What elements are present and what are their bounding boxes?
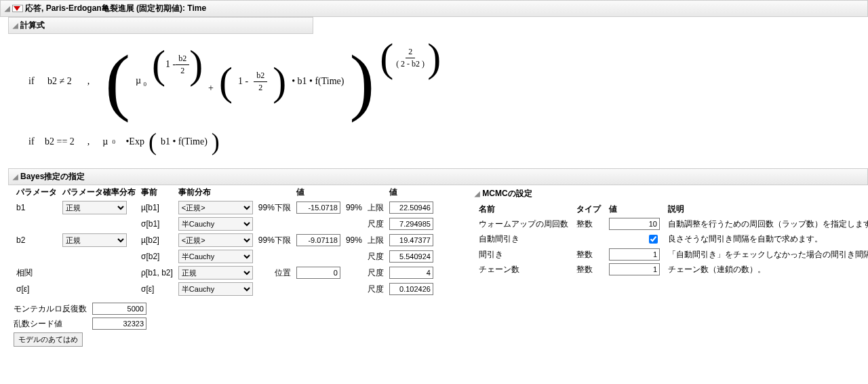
mcmc-col-name: 名前 — [475, 202, 572, 216]
param-b2: b2 — [14, 232, 60, 248]
sigeps-scale-input[interactable] — [389, 283, 433, 295]
seed-input[interactable] — [92, 318, 146, 330]
prior-mu-b2: µ[b2] — [138, 232, 176, 248]
b2-scale-input[interactable] — [389, 250, 433, 263]
prior-sig-b1: σ[b1] — [138, 216, 176, 232]
col-param: パラメータ — [14, 185, 60, 199]
disclosure-icon[interactable]: ◢ — [13, 173, 18, 180]
disclosure-icon[interactable]: ◢ — [475, 190, 480, 197]
param-sigeps: σ[ε] — [14, 281, 60, 297]
prior-sigeps: σ[ε] — [138, 281, 176, 297]
col-value: 値 — [294, 185, 343, 199]
chains-input[interactable] — [609, 263, 660, 275]
sigeps-prior-select[interactable]: 半Cauchy — [178, 282, 253, 296]
b1-sig-prior-select[interactable]: 半Cauchy — [178, 217, 253, 231]
formula-section-title: 計算式 — [20, 20, 45, 31]
b2-mu-prior-select[interactable]: <正規> — [178, 233, 253, 247]
mcmc-col-type: タイプ — [572, 202, 605, 216]
panel-header[interactable]: ◢ 応答, Paris-Erdogan亀裂進展 (固定初期値): Time — [0, 0, 868, 17]
b2-up-input[interactable] — [389, 234, 433, 246]
col-prior: 事前 — [138, 185, 176, 199]
b1-scale-input[interactable] — [389, 218, 433, 230]
prior-params-table: パラメータ パラメータ確率分布 事前 事前分布 値 値 b1 正規 µ[b1] … — [14, 185, 436, 297]
param-b1: b1 — [14, 199, 60, 216]
mc-iter-label: モンテカルロ反復数 — [14, 303, 88, 315]
param-corr: 相関 — [14, 265, 60, 281]
panel-title: 応答, Paris-Erdogan亀裂進展 (固定初期値): Time — [25, 3, 206, 14]
disclosure-icon[interactable]: ◢ — [13, 22, 18, 29]
mcmc-section-title: MCMCの設定 — [482, 189, 532, 198]
warmup-input[interactable] — [609, 218, 660, 230]
b1-lo-input[interactable] — [296, 201, 340, 214]
prior-sig-b2: σ[b2] — [138, 248, 176, 265]
formula-section-header[interactable]: ◢ 計算式 — [8, 17, 313, 34]
rho-scale-input[interactable] — [389, 267, 433, 279]
prior-mu-b1: µ[b1] — [138, 199, 176, 216]
autothin-checkbox[interactable] — [649, 235, 658, 244]
b1-up-input[interactable] — [389, 201, 433, 214]
b1-mu-prior-select[interactable]: <正規> — [178, 201, 253, 214]
bayes-section-header[interactable]: ◢ Bayes推定の指定 — [8, 168, 868, 185]
rho-loc-input[interactable] — [296, 267, 340, 279]
seed-label: 乱数シード値 — [14, 318, 88, 330]
mcmc-col-value: 値 — [605, 202, 664, 216]
col-dist: パラメータ確率分布 — [60, 185, 138, 199]
rho-prior-select[interactable]: 正規 — [178, 266, 253, 280]
fit-model-button[interactable]: モデルのあてはめ — [14, 332, 83, 347]
b1-dist-select[interactable]: 正規 — [62, 201, 127, 214]
col-value2: 値 — [387, 185, 436, 199]
mc-iter-input[interactable] — [92, 303, 146, 315]
bayes-section-title: Bayes推定の指定 — [20, 171, 85, 183]
formula-display: if b2 ≠ 2 , ( µ 0 ( 1 - b22 ) + ( 1 - b2… — [8, 34, 868, 168]
prior-rho: ρ[b1, b2] — [138, 265, 176, 281]
menu-icon[interactable] — [12, 5, 23, 12]
b2-dist-select[interactable]: 正規 — [62, 233, 127, 247]
b2-lo-input[interactable] — [296, 234, 340, 246]
mcmc-settings-table: 名前 タイプ 値 説明 ウォームアップの周回数 整数 自動調整を行うための周回数… — [475, 202, 868, 277]
thin-input[interactable] — [609, 248, 660, 261]
b2-sig-prior-select[interactable]: 半Cauchy — [178, 250, 253, 263]
mcmc-section-header[interactable]: ◢ MCMCの設定 — [475, 188, 868, 199]
col-prior-dist: 事前分布 — [176, 185, 256, 199]
disclosure-icon[interactable]: ◢ — [5, 5, 10, 12]
mcmc-col-desc: 説明 — [664, 202, 868, 216]
